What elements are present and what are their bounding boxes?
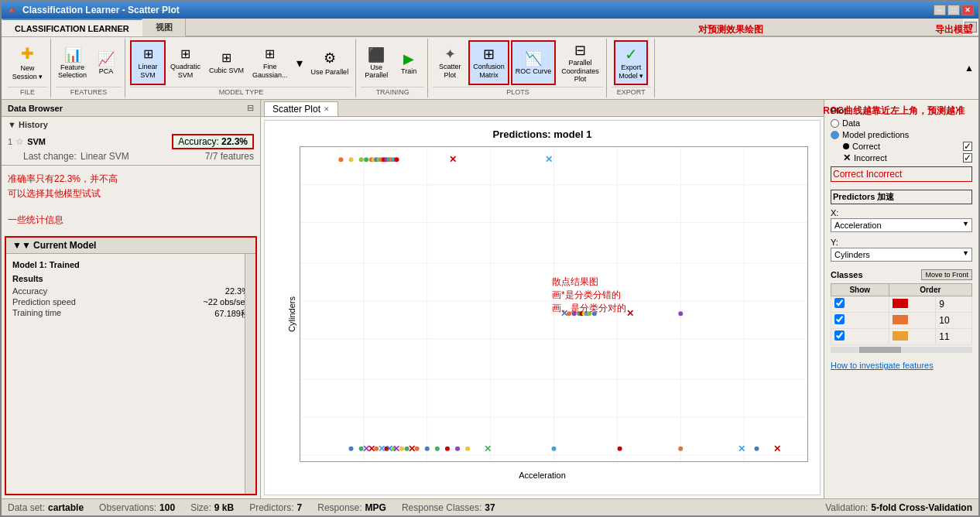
radio-data[interactable] (831, 119, 839, 128)
feature-selection-icon: 📊 (64, 46, 81, 63)
pca-icon: 📈 (98, 50, 115, 67)
scatter-plot-button[interactable]: ✦ ScatterPlot (433, 40, 467, 85)
maximize-btn[interactable]: □ (947, 5, 960, 15)
export-group-label: EXPORT (612, 87, 651, 96)
point-15 (394, 157, 399, 162)
new-session-button[interactable]: ✚ New Session ▾ (9, 40, 47, 85)
how-to-link[interactable]: How to investigate features (831, 361, 972, 370)
ribbon-collapse-btn[interactable]: ▲ (963, 39, 975, 98)
train-button[interactable]: ▶ Train (393, 40, 424, 85)
parallel-coords-label: ParallelCoordinatesPlot (561, 59, 599, 84)
point-cy4-1 (349, 447, 354, 451)
current-model-body: Model 1: Trained Results Accuracy 22.3% … (6, 254, 255, 494)
point-cy6-10 (678, 311, 683, 316)
new-session-label: New Session ▾ (12, 64, 43, 81)
use-parallel-button[interactable]: ⬛ UseParallel (361, 40, 392, 85)
correct-check[interactable]: ✓ (963, 142, 972, 151)
export-model-button[interactable]: ✓ ExportModel ▾ (614, 40, 648, 85)
annotation-stats-text: 一些统计信息 (8, 214, 63, 225)
roc-curve-icon: 📉 (525, 50, 542, 67)
incorrect-row[interactable]: ✕ Incorrect ✓ (843, 152, 972, 163)
fine-gaussian-button[interactable]: ⊞ FineGaussian... (248, 40, 292, 85)
x-point-cy4-7: ✕ (484, 443, 492, 454)
right-panel: Plot Data Model predictions Correct ✓ ✕ … (824, 100, 978, 498)
more-models-button[interactable]: ▾ (293, 40, 307, 85)
close-btn[interactable]: ✕ (961, 5, 974, 15)
point-cy4-17 (755, 447, 759, 451)
tab-classification-learner[interactable]: CLASSIFICATION LEARNER (2, 19, 142, 36)
x-predictor-row: X: Acceleration (831, 207, 972, 232)
confusion-matrix-button[interactable]: ⊞ ConfusionMatrix (468, 40, 509, 85)
point-cy6-1 (567, 311, 571, 316)
move-to-front-btn[interactable]: Move to Front (921, 269, 972, 280)
advanced-button[interactable]: ⚙ Use Parallel (307, 40, 353, 85)
x-select[interactable]: Acceleration (831, 218, 972, 232)
history-name-1: SVM (27, 137, 46, 146)
pca-button[interactable]: 📈 PCA (91, 40, 122, 85)
title-bar: 🔺 Classification Learner - Scatter Plot … (2, 2, 978, 19)
history-label: ▼ History (8, 120, 254, 129)
point-2 (349, 157, 354, 162)
cubic-svm-button[interactable]: ⊞ Cubic SVM (205, 40, 248, 85)
point-cy4-9 (425, 447, 430, 451)
status-dataset: Data set: cartable (8, 502, 84, 513)
incorrect-check[interactable]: ✓ (963, 153, 972, 163)
quadratic-svm-label: QuadraticSVM (170, 63, 200, 80)
history-change-label: Last change: Linear SVM (23, 151, 129, 162)
roc-curve-button[interactable]: 📉 ROC Curve (511, 40, 557, 85)
ribbon-group-plots: ✦ ScatterPlot ⊞ ConfusionMatrix 📉 ROC Cu… (430, 39, 607, 98)
advanced-icon: ⚙ (324, 50, 336, 67)
annotation-stats: 一些统计信息 (2, 207, 260, 233)
response-val: MPG (365, 502, 386, 513)
y-select[interactable]: Cylinders (831, 248, 972, 262)
accuracy-value-1: 22.3% (221, 136, 248, 147)
current-model-label: ▼ Current Model (22, 240, 97, 251)
current-model-header: ▼ ▼ Current Model (6, 238, 255, 254)
class-10-check[interactable] (834, 314, 845, 324)
classes-scrollbar-thumb[interactable] (859, 347, 902, 353)
train-label: Train (401, 67, 416, 75)
training-group-label: TRAINING (361, 87, 424, 96)
classes-table: Show Order 9 10 (831, 283, 972, 345)
classes-section: Classes Move to Front Show Order (831, 269, 972, 353)
validation-val: 5-fold Cross-Validation (871, 502, 972, 513)
window-title: Classification Learner - Scatter Plot (22, 5, 180, 15)
ribbon-help-btn[interactable]: ? (965, 22, 977, 33)
response-key: Response: (317, 502, 362, 513)
class-9-check[interactable] (834, 298, 845, 308)
response-classes-key: Response Classes: (402, 502, 481, 513)
accuracy-label-1: Accuracy: (178, 136, 219, 147)
show-header: Show (831, 284, 889, 296)
correct-row[interactable]: Correct ✓ (843, 142, 972, 151)
radio-model[interactable] (831, 131, 839, 139)
classes-scrollbar[interactable] (831, 347, 972, 353)
scatter-plot-tab-close[interactable]: ✕ (324, 105, 330, 113)
accuracy-row: Accuracy 22.3% (12, 286, 249, 296)
history-star-1[interactable]: ☆ (15, 136, 24, 147)
linear-svm-button[interactable]: ⊞ LinearSVM (130, 40, 166, 85)
annotation-text-2: 可以选择其他模型试试 (8, 187, 254, 201)
status-observations: Observations: 100 (99, 502, 175, 513)
feature-selection-button[interactable]: 📊 FeatureSelection (56, 40, 89, 85)
title-bar-left: 🔺 Classification Learner - Scatter Plot (6, 5, 180, 15)
parallel-coords-button[interactable]: ⊟ ParallelCoordinatesPlot (557, 40, 603, 85)
radio-data-row[interactable]: Data (831, 118, 972, 128)
x-select-wrapper: Acceleration (831, 218, 972, 232)
tab-bar: Scatter Plot ✕ (261, 100, 824, 117)
point-cy6-2 (572, 311, 577, 316)
radio-model-row[interactable]: Model predictions (831, 130, 972, 139)
pred-speed-row: Prediction speed ~22 obs/sec (12, 297, 249, 306)
history-item-1[interactable]: 1 ☆ SVM Accuracy: 22.3% (8, 132, 254, 151)
sidebar-collapse-btn[interactable]: ⊟ (247, 103, 254, 113)
tab-view[interactable]: 视图 (142, 19, 186, 36)
predictors-val: 7 (297, 502, 303, 513)
history-section: ▼ History 1 ☆ SVM Accuracy: 22.3% Last c… (2, 117, 260, 166)
minimize-btn[interactable]: ─ (934, 5, 946, 15)
main-window: 🔺 Classification Learner - Scatter Plot … (0, 0, 980, 517)
quadratic-svm-button[interactable]: ⊞ QuadraticSVM (166, 40, 204, 85)
point-cy4-15 (618, 447, 622, 451)
scrollbar-vert[interactable] (245, 254, 255, 494)
model-type-items: ⊞ LinearSVM ⊞ QuadraticSVM ⊞ Cubic SVM ⊞… (130, 40, 352, 85)
scatter-plot-tab[interactable]: Scatter Plot ✕ (264, 101, 338, 116)
class-11-check[interactable] (834, 330, 845, 341)
